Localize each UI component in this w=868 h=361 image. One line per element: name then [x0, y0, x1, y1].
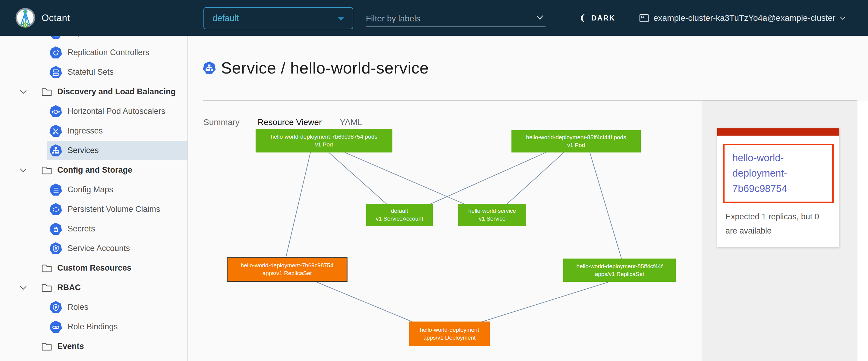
moon-icon — [579, 13, 588, 23]
sidebar-item-config-maps[interactable]: Config Maps — [0, 180, 187, 199]
sidebar-item-label: Persistent Volume Claims — [67, 205, 160, 214]
alert-status-bar — [717, 128, 839, 136]
sidebar-item-services[interactable]: Services — [0, 141, 187, 160]
alert-highlight-box: hello-world-deployment-7b69c98754 — [723, 144, 834, 203]
node-name: hello-world-deployment — [409, 326, 490, 334]
chevron-down-icon — [840, 16, 846, 20]
pvc-icon — [50, 203, 62, 216]
label-filter-placeholder: Filter by labels — [366, 14, 421, 24]
folder-icon — [41, 283, 53, 293]
app-title: Octant — [41, 0, 70, 36]
chevron-down-icon — [19, 89, 27, 95]
folder-icon — [41, 341, 53, 352]
resource-graph: hello-world-deployment-7b69c98754 pods v… — [188, 101, 702, 361]
sidebar-group-label: Config and Storage — [57, 165, 132, 175]
roles-icon — [50, 301, 62, 314]
services-icon — [50, 144, 62, 157]
sidebar-item-replication-controllers[interactable]: Replication Controllers — [0, 43, 187, 62]
detail-panel: hello-world-deployment-7b69c98754 Expect… — [702, 101, 858, 361]
cluster-icon — [639, 13, 649, 23]
stateful-sets-icon — [50, 66, 62, 79]
graph-node-replicaset-b[interactable]: hello-world-deployment-85ff4cf44f apps/v… — [563, 259, 676, 282]
sidebar-scroll[interactable]: Replica Sets Replication Controllers — [0, 36, 187, 356]
node-kind: v1 Pod — [512, 141, 641, 149]
node-name: default — [366, 207, 433, 215]
node-kind: v1 Service — [458, 215, 526, 223]
sidebar-item-persistent-volume-claims[interactable]: Persistent Volume Claims — [0, 199, 187, 219]
node-kind: apps/v1 ReplicaSet — [227, 269, 347, 277]
graph-node-service[interactable]: hello-world-service v1 Service — [458, 204, 526, 226]
namespace-dropdown-value: default — [213, 13, 239, 23]
namespace-dropdown[interactable]: default — [204, 7, 353, 29]
dark-theme-label: DARK — [591, 14, 615, 22]
folder-icon — [41, 263, 53, 273]
sidebar-group-config-and-storage[interactable]: Config and Storage — [0, 160, 187, 180]
graph-node-replicaset-a[interactable]: hello-world-deployment-7b69c98754 apps/v… — [227, 257, 347, 282]
node-kind: v1 Pod — [255, 141, 393, 149]
sidebar-group-label: Discovery and Load Balancing — [57, 87, 176, 96]
sidebar-item-label: Replica Sets — [67, 36, 113, 38]
sidebar-item-label: Role Bindings — [67, 322, 118, 331]
sidebar-item-roles[interactable]: Roles — [0, 297, 187, 317]
right-gutter — [858, 101, 868, 361]
octant-app: Octant default Filter by labels DARK exa… — [0, 0, 868, 361]
sidebar-item-label: Stateful Sets — [67, 67, 114, 77]
sidebar-item-label: Config Maps — [67, 185, 113, 194]
octant-logo-icon — [15, 7, 36, 28]
label-filter-input[interactable]: Filter by labels — [366, 11, 546, 27]
sidebar-group-label: Custom Resources — [57, 263, 131, 273]
replica-sets-icon — [50, 36, 62, 39]
replication-controllers-icon — [50, 46, 62, 59]
folder-icon — [41, 165, 53, 175]
graph-node-pod-a[interactable]: hello-world-deployment-7b69c98754 pods v… — [255, 129, 393, 153]
node-name: hello-world-service — [458, 207, 526, 215]
app-header: Octant default Filter by labels DARK exa… — [0, 0, 868, 36]
node-name: hello-world-deployment-85ff4cf44f — [563, 262, 676, 270]
node-name: hello-world-deployment-7b69c98754 pods — [255, 133, 393, 141]
dark-theme-toggle[interactable]: DARK — [579, 12, 615, 24]
page-title: Service / hello-world-service — [221, 59, 429, 77]
sidebar-item-label: Services — [67, 146, 99, 155]
config-maps-icon — [50, 184, 62, 196]
sidebar-item-label: Roles — [67, 302, 88, 312]
node-name: hello-world-deployment-7b69c98754 — [227, 262, 347, 269]
graph-node-deployment[interactable]: hello-world-deployment apps/v1 Deploymen… — [409, 322, 490, 346]
node-kind: apps/v1 ReplicaSet — [563, 270, 676, 278]
service-icon — [203, 62, 216, 74]
sidebar-item-label: Ingresses — [67, 126, 103, 136]
sidebar-group-custom-resources[interactable]: Custom Resources — [0, 258, 187, 278]
chevron-down-icon — [19, 167, 27, 173]
sidebar-item-label: Horizontal Pod Autoscalers — [67, 107, 165, 116]
chevron-down-icon — [536, 15, 544, 20]
cluster-context-label: example-cluster-ka3TuTzYo4a@example-clus… — [653, 13, 835, 23]
hpa-icon — [50, 105, 62, 118]
folder-icon — [41, 87, 53, 97]
cluster-context-switcher[interactable]: example-cluster-ka3TuTzYo4a@example-clus… — [639, 11, 846, 25]
sidebar-item-service-accounts[interactable]: Service Accounts — [0, 239, 187, 258]
sidebar-item-stateful-sets[interactable]: Stateful Sets — [0, 62, 187, 82]
sidebar-item-replica-sets[interactable]: Replica Sets — [0, 36, 187, 43]
sidebar-item-label: Replication Controllers — [67, 48, 150, 57]
chevron-down-icon — [19, 285, 27, 291]
sidebar-group-events[interactable]: Events — [0, 337, 187, 356]
sidebar-item-label: Service Accounts — [67, 244, 130, 253]
sidebar-item-role-bindings[interactable]: Role Bindings — [0, 317, 187, 337]
service-accounts-icon — [50, 242, 62, 255]
replicaset-link[interactable]: hello-world-deployment-7b69c98754 — [733, 152, 787, 194]
sidebar-group-label: Events — [57, 342, 84, 351]
graph-node-service-account[interactable]: default v1 ServiceAccount — [366, 204, 433, 226]
graph-node-pod-b[interactable]: hello-world-deployment-85ff4cf44f pods v… — [512, 130, 641, 153]
sidebar-nav: Replica Sets Replication Controllers — [0, 36, 188, 361]
sidebar-group-label: RBAC — [57, 283, 81, 292]
sidebar-item-ingresses[interactable]: Ingresses — [0, 121, 187, 141]
secrets-icon — [50, 223, 62, 235]
sidebar-item-secrets[interactable]: Secrets — [0, 219, 187, 239]
node-kind: apps/v1 Deployment — [409, 334, 490, 342]
node-name: hello-world-deployment-85ff4cf44f pods — [512, 133, 641, 141]
sidebar-group-rbac[interactable]: RBAC — [0, 278, 187, 297]
sidebar-group-discovery-load-balancing[interactable]: Discovery and Load Balancing — [0, 82, 187, 102]
sidebar-item-horizontal-pod-autoscalers[interactable]: Horizontal Pod Autoscalers — [0, 102, 187, 121]
node-kind: v1 ServiceAccount — [366, 215, 433, 223]
page-title-row: Service / hello-world-service — [203, 59, 429, 77]
sidebar-item-label: Secrets — [67, 224, 95, 233]
